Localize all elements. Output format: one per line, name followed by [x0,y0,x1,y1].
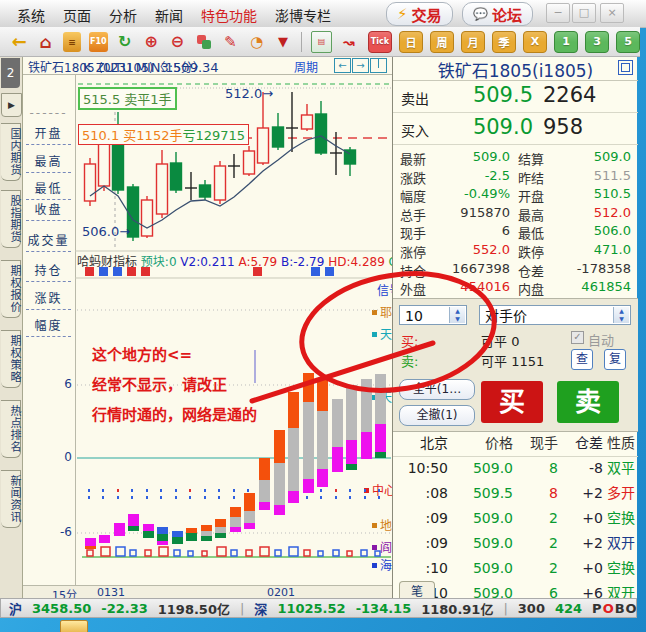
period-Tick[interactable]: Tick [368,31,392,53]
menu-1[interactable]: 页面 [54,0,100,30]
period-1[interactable]: 1 [554,31,578,53]
table-view-icon[interactable]: ▤ [311,31,331,53]
buy-button[interactable]: 买 [481,381,543,423]
home-icon[interactable]: ⌂ [36,32,54,52]
titlebar: 系统页面分析新闻特色功能澎博专栏 ⚡ 交易 💬 论坛 ─ □ × [0,0,646,28]
query-button[interactable]: 查 [571,349,593,370]
quantity-stepper[interactable]: 10 ▲▼ [399,305,467,325]
popout-icon[interactable] [618,60,633,75]
status-bar: 沪 3458.50 -22.33 1198.50亿 | 深 11025.52 -… [0,598,637,618]
ledger-icon[interactable]: ≡ [63,32,81,52]
sidebar-tab-4[interactable]: 热点排名 [1,400,21,458]
cancel-all-button[interactable]: 全撤(1) [399,405,475,426]
indicator-value: 预块:0 [141,255,177,269]
period-日[interactable]: 日 [399,31,423,53]
bid-row[interactable]: 买入 509.0 958 [393,113,638,145]
quote-row-7: 外盘454016内盘461854 [393,279,638,297]
indicator-value: V2:0.211 [177,255,235,269]
nav-prev-icon[interactable]: ← [334,58,351,73]
menu-5[interactable]: 澎博专栏 [266,0,340,30]
filter-icon[interactable]: ▼ [274,32,292,52]
split-window-icon[interactable] [370,58,387,73]
tick-trades-table: 北京价格现手仓差性质10:50509.08-8双平:08509.58+2多开:0… [393,431,638,597]
buy-order-flag: 510.1 买1152手亏129715 [78,124,249,145]
trade-row-4[interactable]: :10509.02+0空换 [393,556,638,581]
buy-flag-price: 510.1 买1152手 [82,128,182,143]
sh-amount: 1198.50亿 [158,599,230,618]
maximize-button[interactable]: □ [572,3,596,23]
f10-data-icon[interactable]: F10 [89,32,107,52]
trade-row-2[interactable]: :09509.02+0空换 [393,506,638,531]
sell-closable-label: 卖: [401,351,418,370]
quote-row-1: 涨跌-2.5昨结511.5 [393,168,638,186]
sh-label: 沪 [9,599,22,618]
pencil-icon[interactable]: ✎ [221,32,239,52]
back-icon[interactable]: ← [10,32,28,52]
alarm-icon[interactable]: ◔ [248,32,266,52]
sidebar-tab-2[interactable]: 2 [1,58,20,88]
auto-label: 自动 [588,330,614,349]
trade-button[interactable]: ⚡ 交易 [386,2,453,26]
stepper-arrows-icon[interactable]: ▲▼ [449,307,465,323]
period-menu[interactable]: 周期 [294,58,318,75]
ohlc-label-column: ------开盘最高最低收盘成交量持仓涨跌幅度 [22,74,76,585]
menu-2[interactable]: 分析 [100,0,146,30]
annotation-text: 这个地方的<= 经常不显示，请改正 行情时通的，网络是通的 [92,340,257,430]
row-label-5: 持仓 [22,261,75,278]
buy-closable: 可平 0 [481,331,519,350]
pobo-logo: POBO [592,601,638,616]
menu-4[interactable]: 特色功能 [192,0,266,30]
period-X[interactable]: X [523,31,547,53]
indicator-row: 哈蚂财指标 预块:0 V2:0.211 A:5.79 B:-2.79 HD:4.… [77,252,398,269]
quote-row-4: 现手6最低506.0 [393,223,638,241]
count-424: 424 [555,601,582,616]
index-300: 300 [518,601,545,616]
period-buttons: Tick日周月季X135 [368,31,640,53]
indicator-value: B:-2.79 [277,255,324,269]
ask-row[interactable]: 卖出 509.5 2264 [393,81,638,113]
sidebar-collapse-arrow[interactable]: ▶ [1,93,22,117]
bid-qty: 958 [543,115,631,139]
kline-readout: K ZUTU MIN3:509.34 [80,60,222,75]
ask-price: 509.5 [443,83,533,107]
period-季[interactable]: 季 [492,31,516,53]
trend-view-icon[interactable]: ↝ [340,32,358,52]
layers-icon[interactable] [195,32,213,52]
zoom-in-icon[interactable]: ⊕ [142,32,160,52]
low-price-label: 506.0→ [79,224,133,239]
sell-button[interactable]: 卖 [557,381,619,423]
zoom-out-icon[interactable]: ⊖ [168,32,186,52]
sidebar-tab-2[interactable]: 期权报价 [1,260,21,318]
sidebar-tab-5[interactable]: 新闻资讯 [1,470,21,528]
menu-0[interactable]: 系统 [8,0,54,30]
sidebar-tab-1[interactable]: 股指期货 [1,190,21,248]
auto-checkbox[interactable]: ✓ [571,331,584,344]
left-sidebar: 2 ▶ 国内期货股指期货期权报价期权策略热点排名新闻资讯 [0,57,23,598]
period-周[interactable]: 周 [430,31,454,53]
forum-button[interactable]: 💬 论坛 [462,2,533,26]
nav-next-icon[interactable]: → [352,58,369,73]
close-button[interactable]: × [600,3,624,23]
tab-bi[interactable]: 笔 [399,581,435,598]
sidebar-tab-0[interactable]: 国内期货 [1,123,21,181]
close-all-button[interactable]: 全平(1… [399,379,475,400]
trade-row-0[interactable]: 10:50509.08-8双平 [393,456,638,481]
period-月[interactable]: 月 [461,31,485,53]
taskbar-folder-icon[interactable] [60,620,88,632]
sidebar-tab-3[interactable]: 期权策略 [1,330,21,388]
select-arrows-icon[interactable]: ▲▼ [613,307,629,323]
trade-row-3[interactable]: :09509.02+2双开 [393,531,638,556]
refresh-icon[interactable]: ↻ [116,32,134,52]
menu-3[interactable]: 新闻 [146,0,192,30]
quote-row-0: 最新509.0结算509.0 [393,149,638,167]
price-type-select[interactable]: 对手价 ▲▼ [479,305,631,325]
minimize-button[interactable]: ─ [546,3,570,23]
trade-row-1[interactable]: :08509.58+2多开 [393,481,638,506]
period-3[interactable]: 3 [585,31,609,53]
sell-closable: 可平 1151 [481,351,544,370]
high-price-label: 512.0→ [222,86,276,101]
refresh-order-button[interactable]: 复 [604,349,626,370]
row-label-2: 最低 [22,179,75,196]
ask-label: 卖出 [401,88,429,108]
period-5[interactable]: 5 [616,31,640,53]
